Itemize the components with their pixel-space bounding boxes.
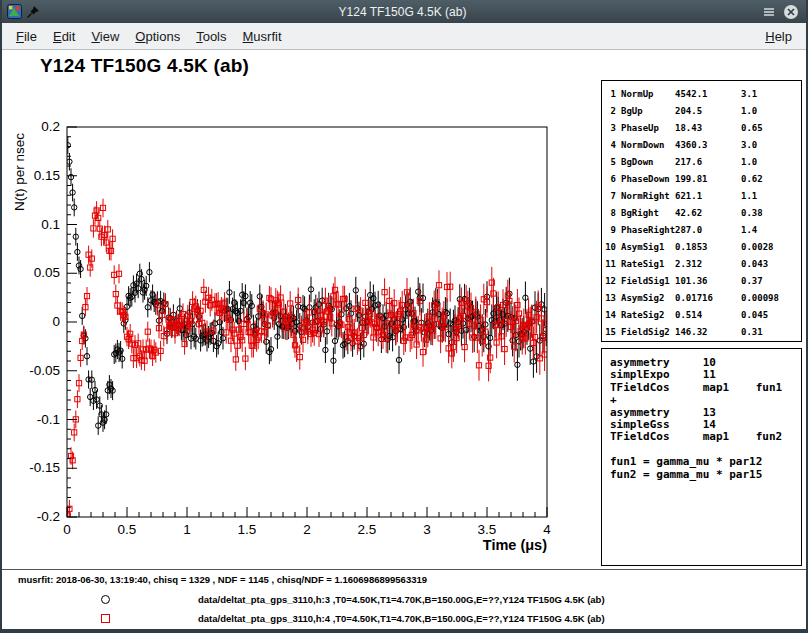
param-error: 0.00098 [741,293,801,303]
param-value: 0.01716 [675,293,741,303]
x-tick-label: 2.5 [358,522,377,537]
legend-square-marker-icon [101,614,110,623]
param-name: AsymSig1 [621,242,675,252]
param-name: RateSig1 [621,259,675,269]
param-row: 9PhaseRight287.01.4 [602,221,801,238]
param-error: 1.4 [741,225,801,235]
param-name: FieldSig1 [621,276,675,286]
param-n: 4 [602,140,616,150]
param-value: 0.1853 [675,242,741,252]
param-n: 2 [602,106,616,116]
param-value: 217.6 [675,157,741,167]
menu-item-tools[interactable]: Tools [188,25,234,48]
param-name: AsymSig2 [621,293,675,303]
y-tick-label: 0.15 [34,168,60,183]
param-name: PhaseUp [621,123,675,133]
param-error: 3.1 [741,89,801,99]
menu-item-edit[interactable]: Edit [45,25,83,48]
param-name: FieldSig2 [621,327,675,337]
param-error: 0.0028 [741,242,801,252]
param-name: BgDown [621,157,675,167]
param-row: 10AsymSig10.18530.0028 [602,238,801,255]
menu-item-file[interactable]: File [8,25,45,48]
param-value: 204.5 [675,106,741,116]
param-error: 1.0 [741,106,801,116]
param-error: 1.0 [741,157,801,167]
param-value: 42.62 [675,208,741,218]
x-tick-label: 1.5 [238,522,257,537]
param-n: 14 [602,310,616,320]
param-name: PhaseDown [621,174,675,184]
chart[interactable]: 00.511.522.533.54-0.2-0.15-0.1-0.0500.05… [2,50,582,566]
x-tick-label: 2 [303,522,311,537]
param-row: 4NormDown4360.33.0 [602,136,801,153]
param-n: 1 [602,89,616,99]
param-error: 3.0 [741,140,801,150]
y-tick-label: -0.2 [37,509,60,524]
param-row: 6PhaseDown199.810.62 [602,170,801,187]
param-value: 199.81 [675,174,741,184]
param-error: 0.37 [741,276,801,286]
param-name: BgUp [621,106,675,116]
param-n: 6 [602,174,616,184]
param-error: 0.043 [741,259,801,269]
param-n: 7 [602,191,616,201]
param-value: 101.36 [675,276,741,286]
y-tick-label: -0.15 [29,460,60,475]
x-tick-label: 3 [423,522,431,537]
param-n: 3 [602,123,616,133]
param-row: 13AsymSig20.017160.00098 [602,289,801,306]
legend-label: data/deltat_pta_gps_3110,h:3 ,T0=4.50K,T… [198,594,605,605]
param-n: 15 [602,327,616,337]
plot-canvas: Y124 TF150G 4.5K (ab) 00.511.522.533.54-… [2,50,806,629]
x-tick-label: 0.5 [118,522,137,537]
param-row: 8BgRight42.620.38 [602,204,801,221]
param-row: 15FieldSig2146.320.31 [602,323,801,340]
menu-item-musrfit[interactable]: Musrfit [235,25,290,48]
param-error: 0.65 [741,123,801,133]
theory-panel: asymmetry 10 simplExpo 11 TFieldCos map1… [601,348,802,566]
param-row: 14RateSig20.5140.045 [602,306,801,323]
param-value: 0.514 [675,310,741,320]
app-icon[interactable] [6,4,22,20]
param-value: 2.312 [675,259,741,269]
menu-help[interactable]: Help [757,25,800,48]
y-tick-label: 0.1 [41,217,60,232]
param-row: 5BgDown217.61.0 [602,153,801,170]
param-n: 11 [602,259,616,269]
x-axis-title: Time (μs) [483,537,547,553]
menu-item-options[interactable]: Options [127,25,188,48]
y-tick-label: 0 [52,314,60,329]
x-tick-label: 1 [183,522,191,537]
param-value: 621.1 [675,191,741,201]
param-value: 287.0 [675,225,741,235]
param-row: 11RateSig12.3120.043 [602,255,801,272]
param-error: 0.045 [741,310,801,320]
param-row: 7NormRight621.11.1 [602,187,801,204]
pin-icon[interactable] [25,4,41,20]
param-name: NormDown [621,140,675,150]
app-window: Y124 TF150G 4.5K (ab) FileEdi [0,0,808,633]
param-error: 1.1 [741,191,801,201]
close-icon[interactable] [783,4,799,20]
menu-item-view[interactable]: View [83,25,127,48]
menu-icon[interactable] [761,4,777,20]
param-row: 1NormUp4542.13.1 [602,85,801,102]
param-n: 5 [602,157,616,167]
param-error: 0.62 [741,174,801,184]
param-value: 18.43 [675,123,741,133]
param-row: 12FieldSig1101.360.37 [602,272,801,289]
param-n: 10 [602,242,616,252]
legend-row: data/deltat_pta_gps_3110,h:3 ,T0=4.50K,T… [2,592,806,608]
window-title: Y124 TF150G 4.5K (ab) [126,5,679,19]
data-points [65,136,549,524]
titlebar[interactable]: Y124 TF150G 4.5K (ab) [2,0,806,23]
param-error: 0.31 [741,327,801,337]
menubar: FileEditViewOptionsToolsMusrfit Help [2,23,806,50]
x-tick-label: 0 [63,522,71,537]
legend-circle-marker-icon [101,595,110,604]
param-row: 3PhaseUp18.430.65 [602,119,801,136]
fit-info: musrfit: 2018-06-30, 13:19:40, chisq = 1… [18,574,427,585]
param-error: 0.38 [741,208,801,218]
theory-text: asymmetry 10 simplExpo 11 TFieldCos map1… [610,357,801,481]
